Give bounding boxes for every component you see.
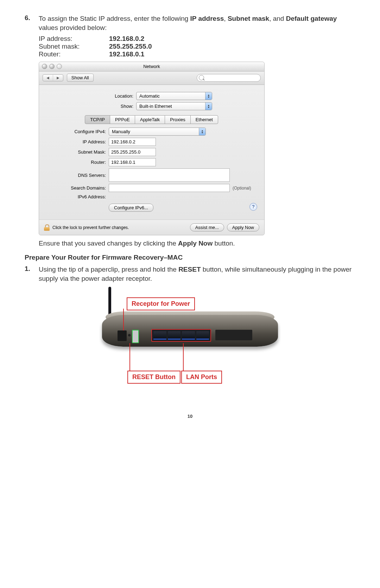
tab-ethernet[interactable]: Ethernet — [190, 115, 218, 124]
optional-hint: (Optional) — [233, 186, 251, 191]
text: values provided below: — [39, 24, 107, 31]
subnet-mask-label: Subnet mask: — [39, 43, 109, 50]
power-receptor-label: Receptor for Power — [127, 297, 195, 310]
window-title: Network — [39, 62, 264, 71]
zoom-icon[interactable] — [57, 64, 62, 69]
nav-back-forward[interactable]: ◄ ► — [43, 74, 63, 81]
configure-ipv4-label: Configure IPv4: — [46, 129, 109, 134]
dns-servers-input[interactable] — [109, 168, 230, 182]
help-button[interactable]: ? — [249, 203, 257, 211]
lan-ports-label: LAN Ports — [181, 371, 222, 384]
text: , and — [269, 15, 286, 22]
usb-port — [132, 330, 139, 343]
subnet-mask-value: 255.255.255.0 — [109, 43, 152, 50]
tab-pppoe[interactable]: PPPoE — [110, 115, 135, 124]
assist-me-button[interactable]: Assist me... — [190, 223, 224, 231]
router-input[interactable] — [109, 158, 156, 166]
apply-note: Ensure that you saved changes by clickin… — [39, 240, 355, 247]
show-all-button[interactable]: Show All — [67, 74, 94, 82]
window-titlebar: Network — [39, 62, 264, 72]
text: button. — [213, 240, 235, 247]
reset-hole — [128, 334, 131, 336]
lock-icon[interactable] — [44, 224, 50, 231]
apply-now-button[interactable]: Apply Now — [227, 223, 259, 231]
close-icon[interactable] — [42, 64, 47, 69]
ip-address-value: 192.168.0.2 — [109, 35, 144, 43]
callout-line — [123, 309, 124, 330]
ip-values-table: IP address:192.168.0.2 Subnet mask:255.2… — [39, 35, 355, 58]
bold: Default gateway — [286, 15, 337, 22]
ethernet-port-icon — [168, 331, 181, 340]
forward-icon[interactable]: ► — [53, 75, 63, 81]
ip-address-field-label: IP Address: — [46, 139, 109, 144]
ethernet-port-icon — [196, 331, 209, 340]
tab-proxies[interactable]: Proxies — [165, 115, 190, 124]
back-icon[interactable]: ◄ — [43, 75, 53, 81]
chevron-updown-icon: ▲▼ — [205, 103, 212, 110]
ethernet-port-icon — [182, 331, 195, 340]
callout-line — [129, 343, 130, 371]
ip-address-label: IP address: — [39, 35, 109, 43]
subnet-mask-input[interactable] — [109, 148, 156, 156]
section-heading: Prepare Your Router for Firmware Recover… — [25, 254, 355, 261]
router-field-label: Router: — [46, 160, 109, 165]
tabs: TCP/IP PPPoE AppleTalk Proxies Ethernet — [46, 115, 257, 124]
chevron-updown-icon: ▲▼ — [205, 92, 212, 100]
router-value: 192.168.0.1 — [109, 50, 144, 58]
tab-tcpip[interactable]: TCP/IP — [85, 115, 110, 124]
bold: IP address — [190, 15, 224, 22]
ipv6-address-label: IPv6 Address: — [46, 194, 109, 199]
step1-text: Using the tip of a paperclip, press and … — [39, 265, 355, 283]
bold: Subnet mask — [228, 15, 269, 22]
ip-address-input[interactable] — [109, 138, 156, 146]
router-diagram: Receptor for Power RESET Button LAN Port… — [99, 287, 281, 400]
text: Using the tip of a paperclip, press and … — [39, 266, 178, 273]
tab-appletalk[interactable]: AppleTalk — [135, 115, 165, 124]
search-input[interactable] — [197, 74, 261, 82]
lan-ports — [151, 329, 211, 342]
configure-ipv4-value: Manually — [112, 129, 130, 134]
step-number: 6. — [25, 14, 39, 32]
location-label: Location: — [91, 93, 133, 99]
subnet-mask-field-label: Subnet Mask: — [46, 149, 109, 155]
minimize-icon[interactable] — [49, 64, 55, 69]
lock-text: Click the lock to prevent further change… — [52, 225, 129, 230]
page-number: 10 — [25, 414, 355, 419]
search-domains-input[interactable] — [109, 184, 230, 192]
configure-ipv6-button[interactable]: Configure IPv6... — [109, 204, 153, 212]
callout-line — [183, 343, 184, 371]
search-domains-label: Search Domains: — [46, 185, 109, 191]
chevron-updown-icon: ▲▼ — [199, 128, 205, 135]
expansion-slot — [215, 330, 252, 340]
search-field[interactable] — [197, 74, 261, 82]
step6-text: To assign the Static IP address, enter t… — [39, 14, 355, 32]
dns-servers-label: DNS Servers: — [46, 173, 109, 178]
bold: Apply Now — [178, 240, 213, 247]
text: Ensure that you saved changes by clickin… — [39, 240, 178, 247]
power-port — [118, 330, 127, 341]
location-select[interactable]: Automatic ▲▼ — [136, 92, 212, 100]
ethernet-port-icon — [153, 331, 166, 340]
show-value: Built-in Ethernet — [139, 104, 172, 109]
text: , — [224, 15, 228, 22]
toolbar: ◄ ► Show All — [39, 72, 264, 85]
search-icon — [199, 75, 204, 80]
mac-network-window: Network ◄ ► Show All Location: Automatic… — [39, 62, 265, 235]
bold: RESET — [178, 266, 201, 273]
text: To assign the Static IP address, enter t… — [39, 15, 190, 22]
step-number: 1. — [25, 265, 39, 283]
location-value: Automatic — [139, 93, 160, 99]
router-label: Router: — [39, 50, 109, 58]
configure-ipv4-select[interactable]: Manually ▲▼ — [109, 128, 206, 136]
show-select[interactable]: Built-in Ethernet ▲▼ — [136, 102, 212, 110]
show-label: Show: — [91, 104, 133, 109]
reset-button-label: RESET Button — [127, 371, 180, 384]
